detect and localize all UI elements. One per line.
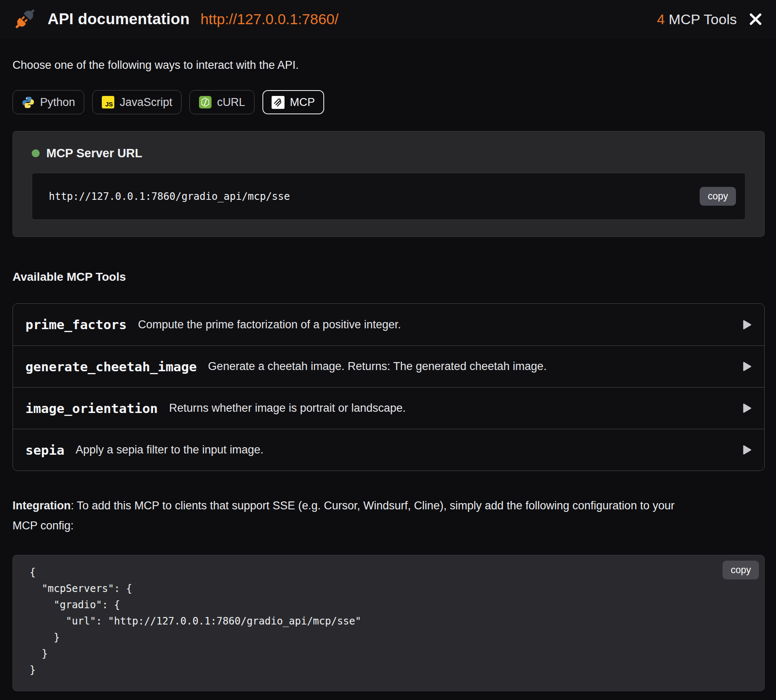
play-icon: [742, 445, 752, 455]
copy-url-button[interactable]: copy: [700, 187, 736, 206]
tab-python-label: Python: [40, 96, 75, 109]
language-tabs: Python JS JavaScript cURL: [13, 90, 765, 114]
run-tool-button[interactable]: [740, 359, 754, 374]
python-icon: [22, 96, 35, 109]
play-icon: [742, 320, 752, 330]
javascript-icon: JS: [101, 96, 114, 109]
integration-label: Integration: [13, 499, 71, 512]
tool-description: Apply a sepia filter to the input image.: [76, 443, 263, 456]
server-status-dot: [32, 149, 40, 157]
page-title: API documentation: [48, 10, 190, 28]
header: API documentation http://127.0.0.1:7860/…: [0, 0, 776, 38]
tool-name: generate_cheetah_image: [25, 359, 197, 374]
api-plug-icon: [13, 8, 37, 31]
tab-javascript-label: JavaScript: [120, 96, 172, 109]
tab-curl[interactable]: cURL: [189, 90, 254, 114]
mcp-server-url-panel: MCP Server URL http://127.0.0.1:7860/gra…: [13, 131, 765, 237]
curl-icon: [199, 96, 212, 109]
server-panel-title: MCP Server URL: [46, 146, 142, 160]
run-tool-button[interactable]: [740, 317, 754, 332]
tool-description: Compute the prime factorization of a pos…: [138, 318, 401, 331]
tab-javascript[interactable]: JS JavaScript: [92, 90, 181, 114]
intro-text: Choose one of the following ways to inte…: [13, 59, 765, 72]
tool-name: sepia: [25, 443, 64, 458]
tab-mcp[interactable]: MCP: [262, 90, 324, 114]
tool-name: image_orientation: [25, 401, 158, 416]
integration-text-line2: MCP config:: [13, 519, 74, 532]
tab-mcp-label: MCP: [290, 96, 315, 109]
tab-python[interactable]: Python: [13, 90, 84, 114]
server-url-box: http://127.0.0.1:7860/gradio_api/mcp/sse…: [32, 173, 746, 220]
tool-row-prime-factors[interactable]: prime_factors Compute the prime factoriz…: [13, 304, 764, 345]
tool-row-generate-cheetah-image[interactable]: generate_cheetah_image Generate a cheeta…: [13, 345, 764, 387]
server-url-value: http://127.0.0.1:7860/gradio_api/mcp/sse: [49, 191, 290, 202]
tool-row-sepia[interactable]: sepia Apply a sepia filter to the input …: [13, 429, 764, 471]
tab-curl-label: cURL: [217, 96, 245, 109]
mcp-tools-count-number: 4: [657, 11, 665, 27]
app-url-link[interactable]: http://127.0.0.1:7860/: [201, 11, 339, 28]
tool-description: Generate a cheetah image. Returns: The g…: [208, 360, 547, 373]
mcp-tools-count: 4 MCP Tools: [657, 11, 737, 28]
tool-row-image-orientation[interactable]: image_orientation Returns whether image …: [13, 387, 764, 429]
api-docs-page: Choose one of the following ways to inte…: [0, 59, 776, 691]
mcp-config-json: { "mcpServers": { "gradio": { "url": "ht…: [30, 564, 748, 678]
run-tool-button[interactable]: [740, 442, 754, 458]
mcp-tools-table: prime_factors Compute the prime factoriz…: [13, 303, 765, 471]
mcp-icon: [272, 96, 285, 109]
mcp-tools-count-label: MCP Tools: [665, 11, 737, 27]
play-icon: [742, 361, 752, 372]
integration-note: Integration: To add this MCP to clients …: [13, 496, 765, 536]
mcp-config-code-block: copy { "mcpServers": { "gradio": { "url"…: [13, 555, 765, 691]
play-icon: [742, 403, 752, 413]
run-tool-button[interactable]: [740, 400, 754, 416]
tool-description: Returns whether image is portrait or lan…: [169, 402, 406, 415]
integration-text-line1: : To add this MCP to clients that suppor…: [71, 499, 675, 512]
copy-config-button[interactable]: copy: [723, 561, 759, 579]
tool-name: prime_factors: [25, 317, 127, 332]
available-tools-heading: Available MCP Tools: [13, 270, 765, 284]
close-icon[interactable]: [748, 12, 763, 26]
